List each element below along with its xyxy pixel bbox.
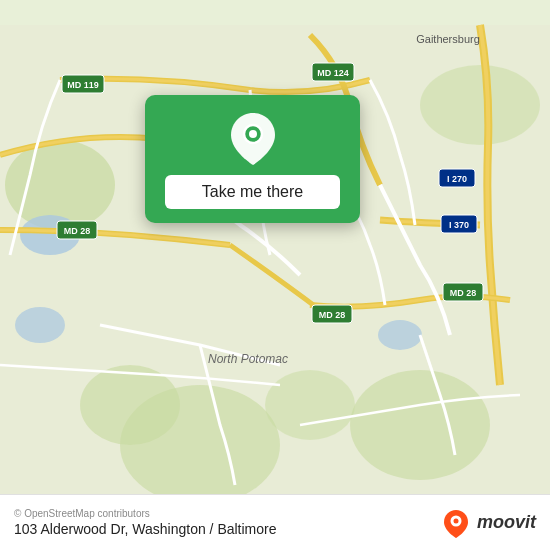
svg-text:I 270: I 270 — [447, 174, 467, 184]
take-me-there-button[interactable]: Take me there — [165, 175, 340, 209]
svg-text:MD 28: MD 28 — [319, 310, 346, 320]
svg-text:MD 28: MD 28 — [64, 226, 91, 236]
address-text: 103 Alderwood Dr, Washington / Baltimore — [14, 521, 277, 537]
svg-text:MD 124: MD 124 — [317, 68, 349, 78]
moovit-icon — [441, 508, 471, 538]
svg-point-4 — [420, 65, 540, 145]
svg-point-9 — [378, 320, 422, 350]
svg-point-3 — [350, 370, 490, 480]
location-card: Take me there — [145, 95, 360, 223]
svg-point-5 — [80, 365, 180, 445]
svg-text:Gaithersburg: Gaithersburg — [416, 33, 480, 45]
moovit-logo: moovit — [441, 508, 536, 538]
pin-icon-wrapper — [227, 113, 279, 165]
svg-text:I 370: I 370 — [449, 220, 469, 230]
location-pin-icon — [231, 113, 275, 165]
svg-point-31 — [453, 518, 458, 523]
moovit-brand-text: moovit — [477, 512, 536, 533]
svg-text:MD 119: MD 119 — [67, 80, 99, 90]
copyright-text: © OpenStreetMap contributors — [14, 508, 277, 519]
map-background: MD 119 MD 119 MD 124 MD 28 MD 28 MD 28 I… — [0, 0, 550, 550]
svg-point-8 — [15, 307, 65, 343]
svg-point-6 — [265, 370, 355, 440]
map-container: MD 119 MD 119 MD 124 MD 28 MD 28 MD 28 I… — [0, 0, 550, 550]
svg-text:MD 28: MD 28 — [450, 288, 477, 298]
bottom-bar: © OpenStreetMap contributors 103 Alderwo… — [0, 494, 550, 550]
bottom-left: © OpenStreetMap contributors 103 Alderwo… — [14, 508, 277, 537]
svg-text:North Potomac: North Potomac — [208, 352, 288, 366]
svg-point-29 — [249, 130, 257, 138]
